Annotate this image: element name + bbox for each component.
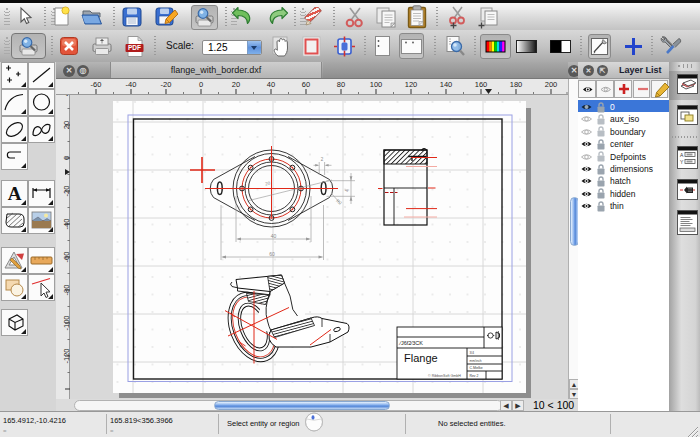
svg-text:PDF: PDF [128, 44, 141, 51]
svg-text:C.Mielke: C.Mielke [470, 366, 483, 370]
svg-text:140: 140 [440, 80, 453, 89]
svg-text:Flange: Flange [404, 352, 438, 364]
svg-text:20: 20 [232, 80, 240, 89]
svg-text:80: 80 [337, 80, 345, 89]
svg-text:Y: Y [680, 159, 684, 165]
svg-text:180: 180 [510, 80, 523, 89]
svg-text:40: 40 [267, 80, 275, 89]
svg-text:-40: -40 [126, 80, 137, 89]
svg-text:120: 120 [405, 80, 418, 89]
svg-text:⁄J6f2⁄3CK: ⁄J6f2⁄3CK [398, 340, 423, 346]
svg-text:3/4: 3/4 [470, 351, 475, 355]
svg-text:160: 160 [475, 80, 488, 89]
svg-text:A: A [8, 183, 22, 204]
svg-text:40: 40 [62, 95, 70, 96]
svg-text:200: 200 [545, 80, 558, 89]
svg-text:A: A [680, 152, 684, 158]
svg-text:mm/inch: mm/inch [470, 359, 482, 363]
svg-text:60: 60 [302, 80, 310, 89]
svg-text:40: 40 [271, 233, 277, 239]
svg-text:© RibbonSoft GmbH: © RibbonSoft GmbH [428, 374, 461, 378]
svg-text:Rev 2: Rev 2 [470, 374, 479, 378]
svg-text:60: 60 [269, 251, 275, 257]
svg-text:0: 0 [199, 80, 203, 89]
svg-text:100: 100 [370, 80, 383, 89]
svg-text:-60: -60 [91, 80, 102, 89]
svg-text:-20: -20 [161, 80, 172, 89]
